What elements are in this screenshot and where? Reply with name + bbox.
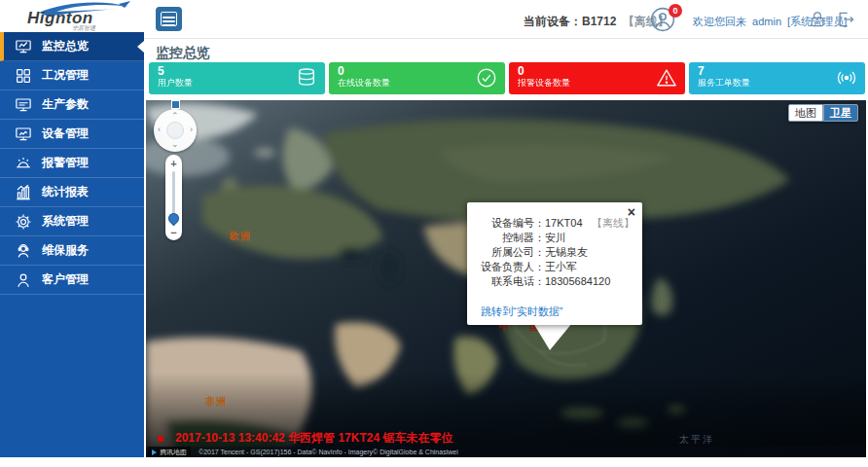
alarm-icon (15, 155, 32, 172)
sidebar-item-label: 工况管理 (42, 67, 89, 84)
logout-button[interactable] (835, 9, 856, 30)
copyright-text: ©2017 Tencent - GS(2017)156 - Data© NavI… (199, 449, 458, 455)
sidebar-item-label: 维保服务 (42, 242, 89, 259)
alarm-ticker: 2017-10-13 13:40:42 华西焊管 17KT24 锯车未在零位 (158, 430, 452, 447)
support-headset-icon (15, 242, 32, 260)
map-zoom-slider: + − (165, 155, 182, 240)
stat-label: 报警设备数量 (518, 78, 676, 89)
current-device-info: 当前设备：B1712 【离线】 (524, 14, 669, 30)
check-circle-icon (476, 67, 497, 89)
stat-label: 用户数量 (158, 78, 316, 89)
pan-left-icon[interactable]: ‹ (158, 126, 161, 134)
sidebar-item-label: 报警管理 (42, 155, 89, 171)
stat-label: 服务工单数量 (698, 78, 856, 89)
zoom-thumb[interactable] (166, 211, 182, 227)
map-type-toggle: 地图 卫星 (788, 104, 858, 122)
stat-label: 在线设备数量 (338, 78, 496, 89)
sidebar-item-statistics-report[interactable]: 统计报表 (0, 178, 144, 207)
sidebar-item-label: 客户管理 (42, 271, 89, 288)
user-notification-button[interactable]: 0 (650, 7, 689, 34)
main-content: 监控总览 5 用户数量 0 在线设备数量 0 报警设备数量 7 服务工单数量 (144, 39, 868, 457)
app-window: Hignton 华辰智通 当前设备：B1712 【离线】 0 欢迎您回来 adm… (0, 0, 868, 467)
sidebar-item-label: 系统管理 (42, 213, 89, 230)
stat-card-work-orders[interactable]: 7 服务工单数量 (689, 62, 865, 94)
sidebar-item-label: 设备管理 (42, 126, 89, 142)
stat-card-alarm-devices[interactable]: 0 报警设备数量 (509, 62, 685, 94)
device-monitor-icon (15, 126, 32, 143)
pan-center[interactable] (166, 122, 184, 139)
page-title: 监控总览 (156, 45, 210, 62)
sidebar-item-label: 生产参数 (42, 96, 89, 113)
sidebar-item-system-management[interactable]: 系统管理 (0, 207, 144, 236)
alarm-dot-icon (158, 436, 163, 442)
pan-up-icon[interactable]: ⌃ (171, 112, 179, 121)
sidebar-item-work-condition[interactable]: 工况管理 (0, 61, 144, 90)
current-device-value: B1712 (582, 15, 616, 28)
monitor-chart-icon (15, 38, 32, 55)
pan-down-icon[interactable]: ⌄ (171, 140, 179, 149)
zoom-in-button[interactable]: + (165, 158, 182, 169)
stat-value: 0 (338, 65, 496, 78)
active-caret (137, 41, 144, 53)
stat-value: 7 (698, 65, 856, 78)
popup-row-owner: 设备负责人： 王小军 (475, 260, 634, 274)
tencent-map-logo: 腾讯地图 (148, 447, 191, 457)
map-pan-control[interactable]: ⌃ ⌄ ‹ › (154, 109, 197, 152)
bar-chart-icon (15, 184, 32, 201)
radar-icon (836, 67, 857, 89)
username: admin (752, 16, 781, 27)
satellite-map[interactable]: 欧洲 中 国 非洲 太平洋 地图 卫星 ⌃ ⌄ ‹ › + − (146, 100, 866, 457)
map-mode-button[interactable]: 地图 (788, 104, 823, 122)
warning-triangle-icon (656, 67, 677, 89)
popup-tail (529, 323, 576, 352)
lock-icon (808, 9, 827, 30)
stat-value: 5 (158, 65, 316, 78)
sidebar-item-device-management[interactable]: 设备管理 (0, 120, 144, 149)
map-label-africa: 非洲 (205, 395, 227, 409)
grid-icon (15, 67, 32, 85)
popup-row-device-id: 设备编号： 17KT04 【离线】 (475, 216, 634, 231)
satellite-mode-button[interactable]: 卫星 (823, 104, 858, 122)
customer-icon (15, 271, 32, 289)
logout-icon (836, 9, 855, 30)
sidebar-item-label: 统计报表 (42, 184, 89, 200)
popup-row-phone: 联系电话： 18305684120 (475, 274, 634, 289)
map-label-europe: 欧洲 (230, 230, 251, 243)
sidebar-item-maintenance-service[interactable]: 维保服务 (0, 236, 144, 266)
menu-icon (161, 12, 177, 26)
stat-card-online-devices[interactable]: 0 在线设备数量 (329, 62, 505, 94)
sidebar-item-alarm-management[interactable]: 报警管理 (0, 149, 144, 178)
sidebar-item-label: 监控总览 (42, 38, 89, 54)
welcome-label: 欢迎您回来 (693, 16, 746, 27)
stat-card-users[interactable]: 5 用户数量 (149, 62, 325, 94)
stat-value: 0 (518, 65, 676, 78)
database-icon (296, 67, 317, 89)
current-device-label: 当前设备： (524, 15, 582, 28)
map-attribution: 腾讯地图 ©2017 Tencent - GS(2017)156 - Data©… (146, 447, 866, 457)
device-info-popup: × 设备编号： 17KT04 【离线】 控制器： 安川 所属公司： 无锡泉友 设… (467, 202, 642, 325)
popup-close-icon[interactable]: × (628, 205, 635, 219)
sidebar-item-production-params[interactable]: 生产参数 (0, 90, 144, 120)
monitor-icon (15, 96, 32, 114)
popup-row-controller: 控制器： 安川 (475, 231, 634, 245)
gear-icon (15, 213, 32, 231)
alarm-text: 2017-10-13 13:40:42 华西焊管 17KT24 锯车未在零位 (175, 430, 452, 447)
sidebar: 监控总览 工况管理 生产参数 设备管理 报警管理 (0, 32, 144, 457)
pan-right-icon[interactable]: › (190, 126, 193, 134)
popup-row-company: 所属公司： 无锡泉友 (475, 245, 634, 260)
brand-logo: Hignton 华辰智通 (10, 1, 142, 32)
realtime-data-link[interactable]: 跳转到“实时数据” (481, 305, 562, 319)
sidebar-item-monitor-overview[interactable]: 监控总览 (0, 32, 144, 61)
map-label-pacific: 太平洋 (679, 433, 714, 447)
sidebar-toggle-button[interactable] (156, 7, 182, 31)
zoom-out-button[interactable]: − (165, 227, 182, 238)
tencent-logo-icon (152, 449, 157, 455)
notification-badge: 0 (669, 4, 682, 18)
lock-button[interactable] (807, 9, 828, 30)
sidebar-item-customer-management[interactable]: 客户管理 (0, 266, 144, 295)
map-overview-button[interactable] (171, 100, 180, 109)
